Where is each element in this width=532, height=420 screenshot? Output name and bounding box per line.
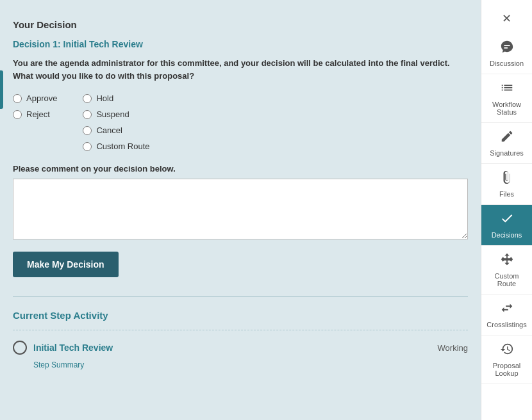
files-label: Files — [499, 190, 514, 198]
activity-left: Initial Tech Review — [13, 341, 113, 355]
workflow-status-icon — [500, 81, 514, 98]
crosslistings-icon — [500, 301, 514, 318]
main-content: Your Decision Decision 1: Initial Tech R… — [0, 0, 481, 420]
radio-approve-input[interactable] — [13, 94, 22, 103]
decisions-icon — [500, 211, 514, 229]
radio-custom-route[interactable]: Custom Route — [83, 141, 149, 151]
sidebar-item-decisions[interactable]: Decisions — [481, 205, 532, 246]
activity-divider-top — [13, 330, 468, 330]
sidebar-item-custom-route[interactable]: Custom Route — [481, 246, 532, 295]
decision-card: Your Decision Decision 1: Initial Tech R… — [13, 13, 468, 284]
signatures-icon — [500, 129, 514, 147]
step-summary-link[interactable]: Step Summary — [13, 360, 84, 369]
left-accent-bar — [0, 70, 3, 109]
radio-hold-label: Hold — [96, 93, 113, 103]
radio-cancel[interactable]: Cancel — [83, 125, 149, 135]
proposal-lookup-label: Proposal Lookup — [485, 362, 529, 377]
comment-label: Please comment on your decision below. — [13, 164, 468, 174]
radio-suspend[interactable]: Suspend — [83, 109, 149, 119]
crosslistings-label: Crosslistings — [486, 321, 526, 328]
make-decision-button[interactable]: Make My Decision — [13, 252, 119, 277]
activity-name: Initial Tech Review — [33, 343, 113, 353]
sidebar-item-workflow-status[interactable]: Workflow Status — [481, 74, 532, 123]
radio-cancel-label: Cancel — [96, 125, 122, 135]
workflow-status-label: Workflow Status — [485, 101, 529, 116]
files-icon — [500, 170, 514, 188]
radio-hold[interactable]: Hold — [83, 93, 149, 103]
proposal-lookup-icon — [500, 342, 514, 359]
signatures-label: Signatures — [490, 149, 524, 157]
radio-approve[interactable]: Approve — [13, 93, 57, 103]
decision-heading: Decision 1: Initial Tech Review — [13, 39, 468, 49]
sidebar-item-files[interactable]: Files — [481, 164, 532, 205]
sidebar: ✕ Discussion Workflow Status Signatures … — [481, 0, 532, 420]
radio-approve-label: Approve — [26, 93, 57, 103]
activity-status: Working — [438, 343, 468, 353]
discussion-label: Discussion — [490, 60, 524, 67]
comment-textarea[interactable] — [13, 179, 468, 239]
radio-col-1: Approve Reject — [13, 93, 57, 151]
custom-route-icon — [500, 252, 514, 270]
radio-custom-route-input[interactable] — [83, 142, 92, 151]
radio-groups: Approve Reject Hold Suspend Ca — [13, 93, 468, 151]
activity-item: Initial Tech Review Working — [13, 335, 468, 360]
activity-section-title: Current Step Activity — [13, 310, 468, 321]
radio-reject[interactable]: Reject — [13, 109, 57, 119]
decisions-label: Decisions — [492, 231, 522, 239]
card-title: Your Decision — [13, 19, 468, 30]
close-icon[interactable]: ✕ — [502, 12, 511, 26]
radio-hold-input[interactable] — [83, 94, 92, 103]
custom-route-label: Custom Route — [485, 272, 529, 287]
activity-circle-icon — [13, 341, 27, 355]
description-text: You are the agenda administrator for thi… — [13, 57, 468, 82]
sidebar-item-proposal-lookup[interactable]: Proposal Lookup — [481, 335, 532, 384]
sidebar-close-button[interactable]: ✕ — [481, 6, 532, 31]
sidebar-item-signatures[interactable]: Signatures — [481, 123, 532, 164]
section-divider — [13, 296, 468, 297]
radio-custom-route-label: Custom Route — [96, 141, 149, 151]
sidebar-item-discussion[interactable]: Discussion — [481, 33, 532, 74]
radio-reject-input[interactable] — [13, 110, 22, 119]
discussion-icon — [500, 40, 514, 57]
radio-col-2: Hold Suspend Cancel Custom Route — [83, 93, 149, 151]
radio-suspend-input[interactable] — [83, 110, 92, 119]
radio-cancel-input[interactable] — [83, 126, 92, 135]
activity-section: Current Step Activity Initial Tech Revie… — [13, 310, 468, 369]
radio-reject-label: Reject — [26, 109, 50, 119]
sidebar-item-crosslistings[interactable]: Crosslistings — [481, 295, 532, 335]
radio-suspend-label: Suspend — [96, 109, 129, 119]
